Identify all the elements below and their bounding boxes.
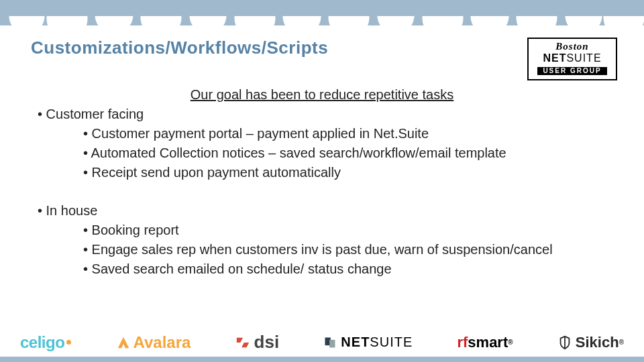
logo-line-boston: Boston <box>535 42 609 52</box>
header-decoration <box>0 0 644 25</box>
dsi-mark-icon <box>235 335 250 350</box>
goal-statement: Our goal has been to reduce repetitive t… <box>31 86 613 104</box>
rfsmart-smart: smart <box>468 334 508 351</box>
group-heading: In house <box>38 202 613 220</box>
avalara-mark-icon <box>116 335 131 350</box>
logo-badge-usergroup: USER GROUP <box>537 67 606 76</box>
svg-rect-3 <box>330 339 335 347</box>
celigo-logo: celigo <box>20 333 71 352</box>
avalara-logo: Avalara <box>116 333 191 352</box>
logo-suite: SUITE <box>566 52 601 64</box>
boston-netsuite-user-group-logo: Boston NETSUITE USER GROUP <box>527 38 617 80</box>
celigo-dot-icon <box>66 340 71 345</box>
sikich-mark-icon <box>557 335 572 350</box>
list-item: Customer payment portal – payment applie… <box>83 125 613 143</box>
rfsmart-rf: rf <box>457 334 468 351</box>
slide-body: Our goal has been to reduce repetitive t… <box>31 86 613 278</box>
group-heading: Customer facing <box>38 105 613 123</box>
footer-decoration <box>0 357 644 362</box>
avalara-text: Avalara <box>133 333 191 352</box>
title-row: Customizations/Workflows/Scripts Boston … <box>31 38 617 80</box>
netsuite-logo: NETSUITE <box>323 335 413 350</box>
dsi-text: dsi <box>254 332 280 353</box>
list-item: Booking report <box>83 221 613 239</box>
slide-title: Customizations/Workflows/Scripts <box>31 38 328 58</box>
svg-marker-1 <box>241 343 249 347</box>
svg-marker-0 <box>236 337 242 342</box>
slide: Customizations/Workflows/Scripts Boston … <box>0 0 644 362</box>
dsi-logo: dsi <box>235 332 280 353</box>
list-item: Engage sales rep when customers inv is p… <box>83 241 613 259</box>
footer-logos: celigo Avalara dsi NETSUITE rfsmart® <box>0 332 644 353</box>
rfsmart-logo: rfsmart® <box>457 334 513 351</box>
list-item: Saved search emailed on schedule/ status… <box>83 260 613 278</box>
netsuite-mark-icon <box>323 336 337 349</box>
list-item: Automated Collection notices – saved sea… <box>83 144 613 162</box>
celigo-text: celigo <box>20 333 64 352</box>
logo-line-netsuite: NETSUITE <box>535 53 609 64</box>
sikich-text: Sikich <box>576 334 619 351</box>
netsuite-net: NET <box>341 335 370 350</box>
sikich-logo: Sikich® <box>557 334 624 351</box>
netsuite-suite: SUITE <box>370 335 413 350</box>
logo-net: NET <box>543 52 566 64</box>
list-item: Receipt send upon payment automatically <box>83 164 613 182</box>
